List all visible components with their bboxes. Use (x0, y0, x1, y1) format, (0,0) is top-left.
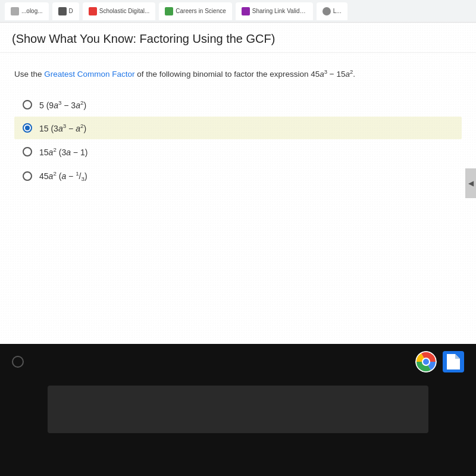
tab-l-icon (322, 7, 331, 15)
question-text: Use the Greatest Common Factor of the fo… (14, 67, 462, 80)
tab-careers[interactable]: Careers in Science (159, 2, 231, 20)
tab-l-label: L... (333, 8, 342, 14)
tab-scholastic-label: Scholastic Digital... (99, 8, 149, 14)
answer-option-4[interactable]: 45a2 (a − 1/3) (14, 164, 462, 188)
answer-option-2[interactable]: 15 (3a3 − a2) (14, 117, 462, 139)
answer-option-3[interactable]: 15a2 (3a − 1) (14, 140, 462, 163)
tab-1-icon (11, 7, 19, 15)
question-suffix: of the following binomial to factor the … (135, 70, 355, 79)
taskbar (0, 344, 476, 476)
radio-2-fill (25, 126, 30, 130)
tab-sharing-icon (242, 7, 250, 15)
radio-3[interactable] (23, 147, 32, 156)
page-title: (Show What You Know: Factoring Using the… (12, 31, 464, 46)
option-3-label: 15a2 (3a − 1) (39, 146, 87, 157)
taskbar-icons (415, 351, 464, 372)
launcher-circle[interactable] (12, 356, 24, 368)
answer-options: 5 (9a3 − 3a2) 15 (3a3 − a2) 15a2 (3a − 1… (14, 93, 462, 188)
radio-4[interactable] (23, 171, 32, 181)
option-4-label: 45a2 (a − 1/3) (39, 170, 87, 182)
scroll-arrow[interactable]: ◀ (465, 168, 476, 198)
tab-1-label: ...olog... (21, 8, 43, 14)
browser-chrome: ...olog... D Scholastic Digital... Caree… (0, 0, 476, 23)
tab-sharing[interactable]: Sharing Link Valida... (236, 2, 313, 20)
question-prefix: Use the (14, 70, 44, 79)
chrome-icon[interactable] (415, 351, 437, 372)
files-icon[interactable] (443, 351, 464, 372)
tab-scholastic[interactable]: Scholastic Digital... (83, 2, 155, 20)
tab-2-label: D (69, 8, 73, 14)
radio-1[interactable] (23, 100, 32, 109)
gcf-link[interactable]: Greatest Common Factor (44, 70, 134, 79)
option-2-label: 15 (3a3 − a2) (39, 123, 86, 133)
radio-2[interactable] (23, 123, 32, 133)
tab-1[interactable]: ...olog... (5, 2, 49, 20)
tab-scholastic-icon (89, 7, 97, 15)
tab-sharing-label: Sharing Link Valida... (252, 8, 307, 14)
tab-l[interactable]: L... (317, 2, 347, 20)
keyboard-area (48, 386, 428, 433)
chrome-svg (415, 351, 437, 372)
question-area: Use the Greatest Common Factor of the fo… (0, 53, 476, 200)
option-1-label: 5 (9a3 − 3a2) (39, 99, 86, 110)
tab-careers-icon (165, 7, 173, 15)
browser-content: (Show What You Know: Factoring Using the… (0, 23, 476, 344)
files-svg (447, 354, 460, 369)
tab-2-icon (58, 7, 67, 15)
page-header: (Show What You Know: Factoring Using the… (0, 23, 476, 53)
tab-2[interactable]: D (52, 2, 79, 20)
taskbar-top (0, 344, 476, 380)
answer-option-1[interactable]: 5 (9a3 − 3a2) (14, 93, 462, 116)
tab-careers-label: Careers in Science (176, 8, 226, 14)
svg-point-2 (423, 359, 429, 365)
